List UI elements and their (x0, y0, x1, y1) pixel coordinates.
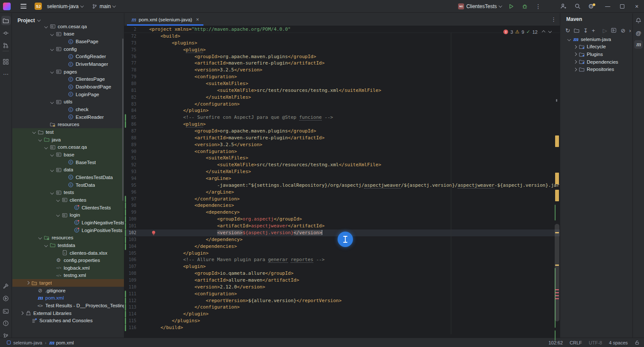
maven-tree-item[interactable]: Dependencies (560, 58, 632, 66)
file-encoding[interactable]: UTF-8 (589, 340, 602, 345)
chevron-down-icon[interactable] (43, 244, 49, 247)
next-problem-icon[interactable] (548, 29, 552, 33)
tool-strip-structure-icon[interactable] (1, 57, 11, 66)
editor-scrollbar[interactable] (555, 224, 559, 321)
tool-strip-problems-icon[interactable] (1, 318, 11, 328)
code-with-me-icon[interactable] (556, 3, 570, 9)
code-line[interactable]: 107 <plugin> (124, 263, 560, 270)
code-line[interactable]: 72 <build> (124, 33, 560, 40)
tool-strip-project-icon[interactable] (1, 16, 11, 25)
caret-position[interactable]: 102:62 (548, 340, 563, 345)
tool-strip-pull-requests-icon[interactable] (1, 41, 11, 50)
code-editor[interactable]: 72 <build>73 <plugins>75 <plugin>76 <gro… (124, 33, 560, 338)
project-tree-item[interactable]: mpom.xml (12, 294, 124, 302)
code-line[interactable]: 73 <plugins> (124, 40, 560, 47)
project-tree-item[interactable]: CLoginNegativeTests (12, 219, 124, 226)
project-tree-item[interactable]: CDashboardPage (12, 83, 124, 91)
code-line[interactable]: 111 <configuration> (124, 291, 560, 297)
breadcrumb-project[interactable]: selenium-java (13, 340, 42, 345)
project-tree-item[interactable]: CBasePage (12, 38, 124, 45)
run-more-options-icon[interactable]: ⋮ (532, 3, 545, 10)
window-close-button[interactable]: × (629, 0, 644, 13)
chevron-down-icon[interactable] (49, 71, 55, 73)
code-line[interactable]: 114 </plugin> (124, 311, 560, 318)
code-line[interactable]: 75 <plugin> (124, 47, 560, 53)
project-tree-item[interactable]: com.cesar.qa (12, 144, 124, 151)
chevron-right-icon[interactable] (572, 68, 578, 71)
code-line[interactable]: 87 <groupId>org.apache.maven.plugins</gr… (124, 128, 560, 135)
code-line[interactable]: 82 </suiteXmlFiles> (124, 94, 560, 101)
project-tree-item[interactable]: xclientes-data.xlsx (12, 249, 124, 257)
chevron-down-icon[interactable] (43, 146, 49, 149)
project-tree-item[interactable]: base (12, 151, 124, 159)
project-tree-item[interactable]: CLoginPositiveTests (12, 226, 124, 234)
project-tree-item[interactable]: CTestData (12, 181, 124, 189)
settings-gear-icon[interactable]: ⚙ (585, 3, 598, 10)
project-tree-item[interactable]: ⚙config.properties (12, 256, 124, 264)
project-tree-item[interactable]: testdata (12, 241, 124, 249)
chevron-right-icon[interactable] (572, 46, 578, 48)
code-line[interactable]: 115 </plugins> (124, 318, 560, 324)
project-tree-item[interactable]: config (12, 45, 124, 53)
code-line[interactable]: 89 <version>3.2.5</version> (124, 141, 560, 148)
project-widget[interactable]: SJ selenium-java (32, 1, 86, 11)
tab-close-icon[interactable]: × (196, 17, 199, 23)
chevron-down-icon[interactable] (49, 33, 55, 35)
chevron-right-icon[interactable] (25, 282, 31, 284)
code-line[interactable]: 94 <argLine> (124, 175, 560, 182)
chevron-right-icon[interactable] (19, 312, 25, 315)
ai-assistant-icon[interactable]: @ (634, 28, 643, 38)
chevron-down-icon[interactable] (37, 236, 43, 239)
project-tree-item[interactable]: CExcelReader (12, 113, 124, 121)
tool-strip-services-icon[interactable] (1, 294, 11, 303)
project-tree-item[interactable]: Ccheck (12, 106, 124, 113)
code-line[interactable]: 112 <reportVersion>${allure.version}</re… (124, 297, 560, 304)
chevron-down-icon[interactable] (566, 38, 572, 41)
project-tree-item[interactable]: pages (12, 68, 124, 76)
maven-execute-goal-icon[interactable] (611, 27, 617, 33)
search-everywhere-icon[interactable] (570, 3, 585, 9)
chevron-down-icon[interactable] (55, 214, 61, 216)
project-tree-item[interactable]: utils (12, 98, 124, 106)
chevron-down-icon[interactable] (43, 25, 49, 28)
project-scrollbar[interactable] (122, 38, 124, 201)
quickfix-bulb-icon[interactable] (151, 230, 156, 235)
maven-more-icon[interactable]: › (629, 27, 631, 34)
chevron-down-icon[interactable] (49, 48, 55, 50)
chevron-down-icon[interactable] (49, 169, 55, 171)
previous-problem-icon[interactable] (542, 30, 545, 33)
code-line[interactable]: 97 </configuration> (124, 196, 560, 203)
maven-tree-item[interactable]: Plugins (560, 50, 632, 58)
tool-strip-commit-icon[interactable] (1, 28, 11, 38)
tab-pom-xml[interactable]: m pom.xml (selenium-java) × (127, 13, 203, 26)
project-tree-item[interactable]: login (12, 211, 124, 219)
code-line[interactable]: 92 <suiteXmlFile>src/test/resources/test… (124, 162, 560, 168)
tool-strip-terminal-icon[interactable] (1, 306, 11, 316)
maven-download-sources-icon[interactable]: ↧ (583, 27, 588, 34)
code-line[interactable]: 76 <groupId>org.apache.maven.plugins</gr… (124, 53, 560, 60)
error-stripe[interactable] (554, 26, 560, 338)
chevron-right-icon[interactable] (572, 61, 578, 63)
code-line[interactable]: 81 <suiteXmlFile>src/test/resources/test… (124, 87, 560, 94)
maven-offline-mode-icon[interactable]: ⊘ (620, 27, 625, 34)
project-tree-item[interactable]: java (12, 136, 124, 144)
code-line[interactable]: 110 <version>2.12.0</version> (124, 284, 560, 291)
code-line[interactable]: 109 <artifactId>allure-maven</artifactId… (124, 277, 560, 284)
inspections-widget[interactable]: ! 3 ⚠ 9 ✓ 12 (503, 29, 551, 35)
editor-options-kebab-icon[interactable]: ⋮ (551, 16, 556, 23)
project-tree-item[interactable]: CLoginPage (12, 91, 124, 98)
project-tree-item[interactable]: CClientesTestData (12, 174, 124, 181)
maven-tab-icon[interactable]: m (634, 40, 643, 49)
code-line[interactable]: 106 <!-- Allure Maven plugin para genera… (124, 256, 560, 263)
window-restore-button[interactable] (615, 0, 629, 13)
project-tree-item[interactable]: CDriverManager (12, 60, 124, 68)
project-tree-item[interactable]: base (12, 30, 124, 38)
project-tree-item[interactable]: </>testng.xml (12, 272, 124, 279)
project-tree-item[interactable]: </>logback.xml (12, 264, 124, 272)
code-line[interactable]: 101 <artifactId>aspectjweaver</artifactI… (124, 223, 560, 229)
code-line[interactable]: 113 </configuration> (124, 304, 560, 311)
project-tree-item[interactable]: resources (12, 234, 124, 241)
code-line[interactable]: 88 <artifactId>maven-surefire-plugin</ar… (124, 135, 560, 141)
maven-expand-folder-icon[interactable] (574, 28, 579, 33)
code-line[interactable]: 99 <dependency> (124, 209, 560, 216)
